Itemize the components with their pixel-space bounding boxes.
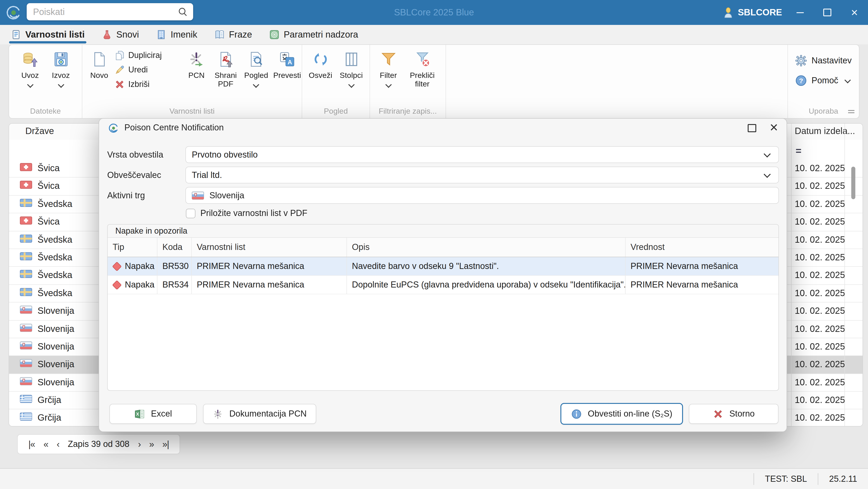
country-name: Slovenija bbox=[37, 323, 74, 334]
notification-type-select[interactable]: Prvotno obvestilo bbox=[185, 146, 779, 163]
refresh-icon bbox=[312, 51, 329, 67]
errors-body: NapakaBR530PRIMER Nevarna mešanicaNavedi… bbox=[107, 257, 778, 294]
errors-header-row: Tip Koda Varnostni list Opis Vrednost bbox=[107, 238, 778, 257]
country-flag-icon bbox=[20, 323, 32, 332]
error-description: Navedite barvo v odseku 9 "Lastnosti". bbox=[347, 257, 625, 275]
building-icon bbox=[156, 29, 166, 40]
book-icon bbox=[214, 29, 225, 40]
info-icon bbox=[571, 409, 582, 419]
prev-record-button[interactable]: ‹ bbox=[57, 439, 59, 450]
column-header-countries[interactable]: Države bbox=[25, 126, 54, 136]
active-market-field[interactable]: Slovenija bbox=[185, 187, 779, 204]
help-button[interactable]: ? Pomoč bbox=[795, 75, 851, 86]
button-label: Uredi bbox=[128, 65, 148, 75]
tab-label: Varnostni listi bbox=[25, 29, 85, 40]
country-flag-icon bbox=[20, 306, 32, 314]
errors-group-label: Napake in opozorila bbox=[107, 225, 778, 238]
record-pager: |« « ‹ Zapis 39 od 308 › » »| bbox=[17, 434, 180, 454]
attach-pdf-checkbox[interactable] bbox=[186, 209, 195, 218]
notify-online-button[interactable]: Obvestiti on-line (S₂S) bbox=[560, 403, 683, 425]
tab-label: Parametri nadzora bbox=[284, 29, 358, 40]
group-dialog-launcher-icon[interactable] bbox=[848, 109, 855, 115]
dialog-close-button[interactable]: ✕ bbox=[769, 121, 778, 134]
tab-label: Fraze bbox=[229, 29, 252, 40]
delete-button[interactable]: Izbriši bbox=[114, 79, 168, 90]
close-icon: ✕ bbox=[769, 121, 778, 134]
issue-date: 10. 02. 2025 bbox=[795, 252, 845, 263]
column-header-date[interactable]: Datum izdela... bbox=[795, 126, 855, 136]
tab-varnostni-listi[interactable]: Varnostni listi bbox=[11, 25, 85, 45]
error-row[interactable]: NapakaBR534PRIMER Nevarna mešanicaDopoln… bbox=[107, 276, 778, 294]
button-label: Prekliči filter bbox=[405, 71, 439, 88]
button-label: Pomoč bbox=[811, 76, 838, 86]
fast-prev-button[interactable]: « bbox=[43, 439, 48, 450]
tab-fraze[interactable]: Fraze bbox=[214, 25, 252, 45]
group-label: Pogled bbox=[302, 107, 370, 116]
ribbon-group-varnostni-listi: Novo Dupliciraj Uredi Izbriši P bbox=[82, 45, 302, 118]
button-label: Izbriši bbox=[128, 80, 150, 89]
chevron-down-icon bbox=[27, 82, 33, 88]
last-record-button[interactable]: »| bbox=[162, 439, 169, 450]
tab-snovi[interactable]: Snovi bbox=[102, 25, 139, 45]
column-divider bbox=[791, 124, 792, 426]
country-flag-icon bbox=[20, 234, 32, 242]
pencil-icon bbox=[114, 65, 125, 75]
column-header-koda[interactable]: Koda bbox=[157, 238, 192, 257]
maximize-button[interactable] bbox=[818, 3, 836, 22]
pcn-documentation-button[interactable]: Dokumentacija PCN bbox=[203, 404, 316, 424]
dialog-title-bar: Poison Centre Notification ✕ bbox=[99, 119, 786, 138]
search-input[interactable] bbox=[27, 6, 178, 17]
issue-date: 10. 02. 2025 bbox=[795, 199, 845, 209]
country-name: Slovenija bbox=[37, 377, 74, 387]
cancel-button[interactable]: Storno bbox=[689, 404, 778, 424]
filter-icon bbox=[380, 51, 397, 67]
pcn-doc-icon bbox=[213, 409, 223, 419]
column-header-tip[interactable]: Tip bbox=[107, 238, 157, 257]
equals-filter-icon[interactable]: = bbox=[796, 145, 801, 157]
notifier-select[interactable]: Trial ltd. bbox=[185, 167, 779, 183]
ribbon-tabs: Varnostni listi Snovi Imenik Fraze Param… bbox=[0, 25, 868, 45]
next-record-button[interactable]: › bbox=[138, 439, 141, 450]
notifier-value: Trial ltd. bbox=[192, 170, 222, 180]
vertical-scrollbar[interactable] bbox=[851, 167, 855, 199]
country-name: Slovenija bbox=[37, 306, 74, 316]
issue-date: 10. 02. 2025 bbox=[795, 306, 845, 316]
save-pdf-icon bbox=[218, 51, 234, 67]
close-icon: ✕ bbox=[850, 7, 858, 18]
tab-parametri-nadzora[interactable]: Parametri nadzora bbox=[269, 25, 358, 45]
issue-date: 10. 02. 2025 bbox=[795, 377, 845, 387]
column-header-varnostni-list[interactable]: Varnostni list bbox=[192, 238, 347, 257]
issue-date: 10. 02. 2025 bbox=[795, 359, 845, 370]
issue-date: 10. 02. 2025 bbox=[795, 395, 845, 405]
error-code: BR530 bbox=[157, 257, 192, 275]
button-label: Dupliciraj bbox=[128, 51, 162, 60]
edit-button[interactable]: Uredi bbox=[114, 65, 168, 75]
error-description: Dopolnite EuPCS (glavna predvidena upora… bbox=[347, 276, 625, 294]
minimize-button[interactable] bbox=[791, 3, 809, 22]
button-label: Izvoz bbox=[52, 71, 70, 80]
country-name: Grčija bbox=[37, 413, 61, 423]
country-name: Švedska bbox=[37, 288, 72, 298]
app-logo-icon bbox=[5, 4, 22, 21]
first-record-button[interactable]: |« bbox=[28, 439, 35, 450]
dialog-maximize-button[interactable] bbox=[747, 123, 757, 133]
duplicate-button[interactable]: Dupliciraj bbox=[114, 50, 168, 61]
svg-text:?: ? bbox=[799, 77, 803, 84]
svg-text:A: A bbox=[287, 59, 292, 66]
issue-date: 10. 02. 2025 bbox=[795, 323, 845, 334]
excel-export-button[interactable]: X Excel bbox=[110, 404, 197, 424]
environment-badge: TEST: SBL bbox=[754, 474, 818, 484]
column-header-opis[interactable]: Opis bbox=[347, 238, 625, 257]
close-button[interactable]: ✕ bbox=[845, 3, 864, 22]
error-diamond-icon bbox=[112, 261, 122, 271]
tab-imenik[interactable]: Imenik bbox=[156, 25, 197, 45]
column-header-vrednost[interactable]: Vrednost bbox=[625, 238, 778, 257]
notification-type-label: Vrsta obvestila bbox=[107, 150, 163, 160]
error-row[interactable]: NapakaBR530PRIMER Nevarna mešanicaNavedi… bbox=[107, 257, 778, 276]
account-button[interactable]: SBLCORE bbox=[722, 6, 782, 18]
settings-button[interactable]: Nastavitev bbox=[795, 55, 851, 66]
slovenia-flag-icon bbox=[192, 191, 204, 199]
fast-next-button[interactable]: » bbox=[149, 439, 154, 450]
country-name: Švedska bbox=[37, 270, 72, 281]
search-icon[interactable] bbox=[178, 7, 188, 17]
